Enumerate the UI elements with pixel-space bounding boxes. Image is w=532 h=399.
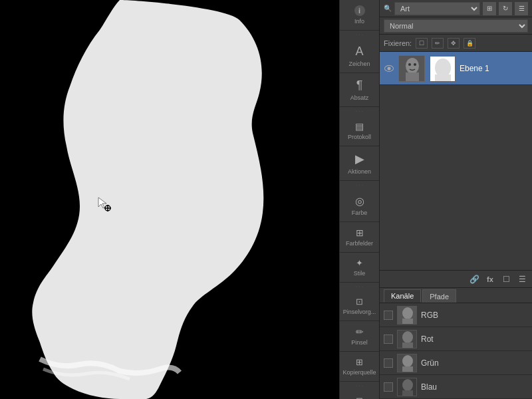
refresh-button[interactable]: ↻ <box>499 2 512 15</box>
eigenschaft-icon: ⊟ <box>356 396 363 399</box>
add-mask-button[interactable]: ☐ <box>500 273 512 285</box>
sidebar-item-stile[interactable]: ✦ Stile <box>340 253 379 283</box>
channel-rgb-thumb <box>397 306 417 325</box>
svg-point-12 <box>435 59 451 77</box>
sidebar-item-eigenschaft[interactable]: ⊟ Eigenschaft... <box>340 390 379 399</box>
layers-panel: 🔍 Art ⊞ ↻ ☰ Normal Fixieren: ☐ ✏ ✥ <box>379 0 532 399</box>
pinselvorgabe-icon: ⊡ <box>356 297 363 307</box>
channel-gruen-checkbox[interactable] <box>384 358 393 368</box>
link-layers-button[interactable]: 🔗 <box>468 273 480 285</box>
svg-point-24 <box>402 379 413 391</box>
pinselvorgabe-label: Pinselvorg... <box>343 309 376 315</box>
tab-pfade[interactable]: Pfade <box>422 289 456 303</box>
absatz-icon: ¶ <box>356 78 363 92</box>
blend-mode-dropdown[interactable]: Normal <box>384 19 528 33</box>
layer-visibility[interactable] <box>384 63 394 74</box>
blend-mode-row: Normal <box>380 17 532 35</box>
sidebar-item-info[interactable]: i Info <box>340 0 379 31</box>
pinsel-icon: ✏ <box>356 327 364 337</box>
channel-rgb-checkbox[interactable] <box>384 311 393 320</box>
sidebar-item-kopierquelle[interactable]: ⊞ Kopierquelle <box>340 352 379 382</box>
fixieren-row: Fixieren: ☐ ✏ ✥ 🔒 <box>380 35 532 52</box>
channels-panel: Kanäle Pfade RGB <box>380 287 532 399</box>
aktionen-icon: ▶ <box>355 152 364 166</box>
fix-paint-btn[interactable]: ✏ <box>432 38 444 49</box>
panels-area: i Info · · · A Zeichen ¶ Absatz · · · ▤ … <box>339 0 532 399</box>
thumbnail-view-button[interactable]: ⊞ <box>483 2 496 15</box>
art-dropdown[interactable]: Art <box>394 2 480 15</box>
panel-menu-button[interactable]: ☰ <box>515 2 528 15</box>
pinsel-label: Pinsel <box>351 339 368 346</box>
fixieren-label: Fixieren: <box>384 39 412 47</box>
svg-rect-7 <box>406 72 419 82</box>
separator-1: · · · <box>340 31 379 39</box>
channel-item-rot[interactable]: Rot <box>380 327 532 351</box>
farbe-icon: ◎ <box>355 195 364 207</box>
info-label: Info <box>354 18 364 25</box>
svg-point-6 <box>406 58 419 74</box>
canvas-svg <box>0 0 339 399</box>
fix-all-btn[interactable]: 🔒 <box>464 38 475 49</box>
channel-gruen-label: Grün <box>421 358 528 368</box>
separator-2: · · · <box>340 107 379 116</box>
svg-point-18 <box>402 331 413 343</box>
separator-3: · · · <box>340 181 379 190</box>
layers-empty-space <box>380 85 532 270</box>
layers-bottom-toolbar: 🔗 fx ☐ ☰ <box>380 270 532 287</box>
svg-rect-22 <box>402 366 413 372</box>
zeichen-icon: A <box>355 45 363 59</box>
channel-rot-thumb <box>397 330 417 348</box>
layer-mask-thumbnail <box>429 55 456 82</box>
tab-kanale[interactable]: Kanäle <box>384 289 421 303</box>
svg-rect-19 <box>402 342 413 348</box>
aktionen-label: Aktionen <box>348 168 371 175</box>
layer-photo-thumbnail <box>398 55 425 82</box>
stile-icon: ✦ <box>356 258 363 268</box>
separator-5: · · · <box>340 382 379 390</box>
channel-blau-checkbox[interactable] <box>384 382 393 392</box>
channel-blau-label: Blau <box>421 382 528 392</box>
farbe-label: Farbe <box>352 209 368 216</box>
svg-rect-16 <box>402 319 413 325</box>
channel-rot-checkbox[interactable] <box>384 334 393 344</box>
sidebar-item-protokoll[interactable]: ▤ Protokoll <box>340 116 379 146</box>
svg-rect-13 <box>435 74 451 82</box>
sidebar-item-farbe[interactable]: ◎ Farbe <box>340 190 379 222</box>
protokoll-icon: ▤ <box>355 121 364 132</box>
svg-point-9 <box>414 63 416 66</box>
svg-point-21 <box>402 355 413 367</box>
canvas-area <box>0 0 339 399</box>
sidebar-item-farbfelder[interactable]: ⊞ Farbfelder <box>340 222 379 253</box>
eye-icon <box>384 65 394 72</box>
kopierquelle-icon: ⊞ <box>356 357 363 367</box>
separator-4: · · · <box>340 283 379 291</box>
layer-item[interactable]: Ebene 1 <box>380 52 532 85</box>
fx-button[interactable]: fx <box>484 273 496 285</box>
layer-name: Ebene 1 <box>460 64 528 73</box>
farbfelder-label: Farbfelder <box>346 240 373 247</box>
layers-search-toolbar: 🔍 Art ⊞ ↻ ☰ <box>380 0 532 17</box>
channel-gruen-thumb <box>397 354 417 372</box>
info-icon: i <box>354 5 365 16</box>
fix-transparent-btn[interactable]: ☐ <box>416 38 428 49</box>
sidebar-item-pinselvorgabe[interactable]: ⊡ Pinselvorg... <box>340 291 379 321</box>
panel-options-button[interactable]: ☰ <box>516 273 528 285</box>
sidebar-item-zeichen[interactable]: A Zeichen <box>340 39 379 73</box>
channel-item-rgb[interactable]: RGB <box>380 303 532 327</box>
sidebar-item-aktionen[interactable]: ▶ Aktionen <box>340 146 379 181</box>
channel-rgb-label: RGB <box>421 311 528 320</box>
zeichen-label: Zeichen <box>348 61 370 67</box>
sidebar-item-pinsel[interactable]: ✏ Pinsel <box>340 321 379 352</box>
channel-item-gruen[interactable]: Grün <box>380 351 532 375</box>
farbfelder-icon: ⊞ <box>356 227 364 238</box>
protokoll-label: Protokoll <box>348 134 371 140</box>
stile-label: Stile <box>354 270 366 277</box>
sidebar-item-absatz[interactable]: ¶ Absatz <box>340 73 379 107</box>
svg-point-8 <box>408 63 411 66</box>
kopierquelle-label: Kopierquelle <box>342 369 376 376</box>
fix-move-btn[interactable]: ✥ <box>448 38 460 49</box>
channel-blau-thumb <box>397 378 417 396</box>
svg-point-15 <box>402 307 413 319</box>
side-panel-icons: i Info · · · A Zeichen ¶ Absatz · · · ▤ … <box>339 0 379 399</box>
channel-item-blau[interactable]: Blau <box>380 375 532 399</box>
